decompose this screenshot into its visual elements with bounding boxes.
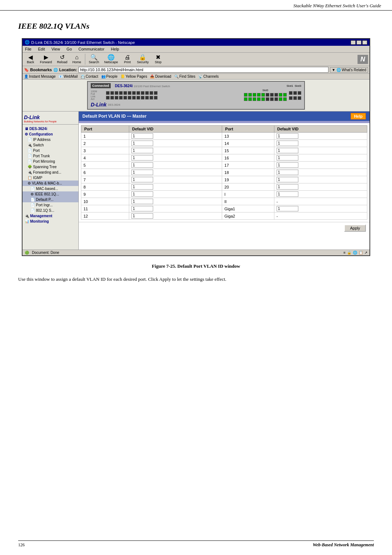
- menu-go[interactable]: Go: [65, 46, 73, 52]
- vid-input-left-7[interactable]: [131, 177, 153, 182]
- download-icon: 📥: [150, 74, 154, 78]
- location-input[interactable]: [78, 67, 328, 73]
- menu-view[interactable]: View: [50, 46, 61, 52]
- vid-input-right-1[interactable]: [277, 133, 298, 139]
- bookmark-yellow-pages[interactable]: 📒 Yellow Pages: [121, 74, 147, 78]
- status-icons: ≡ 🔒 🌐 📋 ↗: [343, 251, 367, 255]
- sidebar-item-configuration[interactable]: ⚙ Configuration: [23, 131, 78, 137]
- sidebar-item-8021q-s[interactable]: 📄 802.1Q S...: [23, 208, 78, 213]
- vid-input-left-8[interactable]: [131, 184, 153, 190]
- vid-input-right-11[interactable]: [277, 206, 298, 211]
- channels-icon: 📡: [198, 74, 203, 78]
- vid-input-right-9[interactable]: [277, 191, 298, 197]
- forward-button[interactable]: ▶ Forward: [38, 54, 54, 65]
- sidebar-item-port[interactable]: 📄 Port: [23, 148, 78, 153]
- sidebar-item-monitoring[interactable]: 📊 Monitoring: [23, 219, 78, 224]
- sidebar-item-default-port[interactable]: 📄 Default P...: [23, 197, 78, 202]
- stop-button[interactable]: ✖ Stop: [152, 54, 165, 65]
- close-button[interactable]: ×: [362, 40, 367, 45]
- vid-input-right-5[interactable]: [277, 162, 298, 168]
- vid-left-8: [129, 183, 222, 191]
- vid-input-left-10[interactable]: [131, 199, 153, 204]
- browser-statusbar: 🟢 Document: Done ≡ 🔒 🌐 📋 ↗: [23, 250, 369, 255]
- sidebar-item-port-ingress[interactable]: 📄 Port Ingr...: [23, 202, 78, 208]
- bookmark-contact[interactable]: 📇 Contact: [81, 74, 98, 78]
- vid-input-left-12[interactable]: [131, 213, 153, 219]
- print-button[interactable]: 🖨 Print: [121, 54, 134, 65]
- reload-button[interactable]: ↺ Reload: [55, 54, 70, 65]
- menu-communicator[interactable]: Communicator: [77, 46, 106, 52]
- vid-input-right-8[interactable]: [277, 184, 298, 190]
- bookmark-instant-message[interactable]: 👤 Instant Message: [24, 74, 56, 78]
- bookmark-webmail[interactable]: 📧 WebMail: [58, 74, 78, 78]
- vid-input-right-6[interactable]: [277, 170, 298, 175]
- vid-input-left-9[interactable]: [131, 191, 153, 197]
- footer-right-text: Web-Based Network Management: [313, 542, 374, 548]
- vid-input-left-1[interactable]: [131, 133, 153, 139]
- netscape-label: Netscape: [104, 60, 118, 64]
- back-button[interactable]: ◀ Back: [24, 54, 37, 65]
- vid-input-left-3[interactable]: [131, 148, 153, 153]
- print-icon: 🖨: [124, 54, 130, 60]
- sidebar-item-vlans[interactable]: ⚙ VLANs & MAC-b...: [23, 181, 78, 186]
- security-button[interactable]: 🔒 Security: [135, 54, 151, 65]
- spanning-tree-icon: 🌳: [28, 165, 32, 169]
- panel-header: Default Port VLAN ID --- Master Help: [79, 112, 369, 121]
- netscape-button[interactable]: 🌐 Netscape: [102, 54, 120, 65]
- back-label: Back: [27, 60, 34, 64]
- yellow-pages-icon: 📒: [121, 74, 125, 78]
- vid-input-left-5[interactable]: [131, 162, 153, 168]
- search-button[interactable]: 🔍 Search: [87, 54, 102, 65]
- menu-edit[interactable]: Edit: [37, 46, 46, 52]
- switch-icon: 🔌: [28, 143, 32, 147]
- forwarding-icon: 🔌: [28, 170, 32, 174]
- home-icon: ⌂: [75, 54, 79, 60]
- sidebar-item-des3624i[interactable]: 🖥 DES-3624i: [23, 126, 78, 131]
- sidebar-item-igmp[interactable]: 📋 IGMP: [23, 175, 78, 181]
- vid-input-right-3[interactable]: [277, 148, 298, 153]
- sidebar-label-management: Management: [30, 214, 52, 218]
- browser-window: 🌐 D-Link DES-3624i 10/100 Fast Ethernet …: [22, 38, 370, 256]
- webmail-icon: 📧: [58, 74, 63, 78]
- sidebar-item-ip-address[interactable]: 📄 IP Address: [23, 137, 78, 142]
- vid-right-11: [274, 205, 367, 212]
- port-left-10: 10: [81, 198, 129, 205]
- location-text-label: Location:: [59, 68, 77, 72]
- sidebar-item-management[interactable]: 🔌 Management: [23, 213, 78, 219]
- menu-file[interactable]: File: [24, 46, 33, 52]
- whats-related-button[interactable]: ▼ 🌐 What's Related: [330, 67, 368, 73]
- vid-input-left-2[interactable]: [131, 141, 153, 146]
- sidebar-item-port-trunk[interactable]: 📄 Port Trunk: [23, 153, 78, 159]
- minimize-button[interactable]: _: [351, 40, 356, 45]
- home-button[interactable]: ⌂ Home: [70, 54, 83, 65]
- sidebar-item-spanning-tree[interactable]: 🌳 Spanning Tree: [23, 164, 78, 170]
- help-button[interactable]: Help: [351, 113, 366, 119]
- bookmark-download[interactable]: 📥 Download: [150, 74, 171, 78]
- page-header: Stackable NWay Ethernet Switch User's Gu…: [0, 0, 392, 11]
- switch-slots: Slot1 Slot3: [287, 84, 301, 88]
- vid-input-right-4[interactable]: [277, 155, 298, 161]
- ip-address-icon: 📄: [28, 138, 32, 142]
- apply-button[interactable]: Apply: [344, 224, 366, 232]
- bookmark-people[interactable]: 👥 People: [101, 74, 118, 78]
- maximize-button[interactable]: □: [356, 40, 362, 45]
- vid-input-right-2[interactable]: [277, 141, 298, 146]
- main-panel: Default Port VLAN ID --- Master Help Por…: [79, 112, 369, 250]
- bookmark-channels[interactable]: 📡 Channels: [198, 74, 219, 78]
- vid-input-right-7[interactable]: [277, 177, 298, 182]
- menu-help[interactable]: Help: [110, 46, 121, 52]
- browser-favicon: 🌐: [25, 40, 30, 45]
- vid-right-2: [274, 140, 367, 147]
- sidebar-item-switch[interactable]: 🔌 Switch: [23, 142, 78, 148]
- vid-input-left-4[interactable]: [131, 155, 153, 161]
- sidebar-item-ieee8021q[interactable]: ⚙ IEEE 802.1Q...: [23, 191, 78, 197]
- sidebar-item-mac-based[interactable]: 📄 MAC-based...: [23, 186, 78, 191]
- sidebar-label-default-port: Default P...: [36, 198, 53, 202]
- stop-label: Stop: [155, 60, 162, 64]
- vid-input-left-6[interactable]: [131, 170, 153, 175]
- bookmark-find-sites[interactable]: 🔍 Find Sites: [174, 74, 195, 78]
- sidebar-item-forwarding[interactable]: 🔌 Forwarding and...: [23, 170, 78, 175]
- sidebar-item-port-mirroring[interactable]: 📄 Port Mirroring: [23, 159, 78, 164]
- vid-input-left-11[interactable]: [131, 206, 153, 211]
- port-right-3: 15: [222, 147, 274, 154]
